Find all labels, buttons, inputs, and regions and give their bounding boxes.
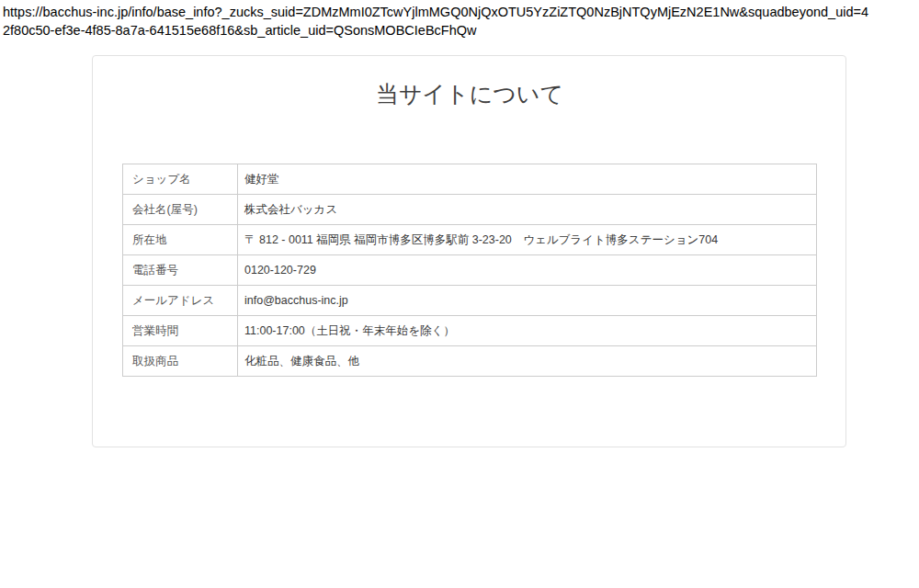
- row-label: メールアドレス: [123, 286, 238, 316]
- table-row: 所在地 〒 812 - 0011 福岡県 福岡市博多区博多駅前 3-23-20 …: [123, 225, 817, 255]
- row-label: 営業時間: [123, 316, 238, 346]
- table-row: ショップ名 健好堂: [123, 164, 817, 195]
- row-label: ショップ名: [123, 164, 238, 195]
- table-row: 会社名(屋号) 株式会社バッカス: [123, 195, 817, 225]
- table-row: メールアドレス info@bacchus-inc.jp: [123, 286, 817, 316]
- row-value: 〒 812 - 0011 福岡県 福岡市博多区博多駅前 3-23-20 ウェルブ…: [238, 225, 817, 255]
- row-value: 化粧品、健康食品、他: [238, 346, 817, 377]
- row-value: info@bacchus-inc.jp: [238, 286, 817, 316]
- page-url-text: https://bacchus-inc.jp/info/base_info?_z…: [0, 0, 917, 40]
- table-row: 営業時間 11:00-17:00（土日祝・年末年始を除く）: [123, 316, 817, 346]
- table-row: 電話番号 0120-120-729: [123, 255, 817, 286]
- row-label: 取扱商品: [123, 346, 238, 377]
- shop-info-table: ショップ名 健好堂 会社名(屋号) 株式会社バッカス 所在地 〒 812 - 0…: [122, 164, 817, 377]
- row-value: 0120-120-729: [238, 255, 817, 286]
- row-label: 電話番号: [123, 255, 238, 286]
- row-value: 11:00-17:00（土日祝・年末年始を除く）: [238, 316, 817, 346]
- row-value: 株式会社バッカス: [238, 195, 817, 225]
- row-label: 所在地: [123, 225, 238, 255]
- row-label: 会社名(屋号): [123, 195, 238, 225]
- table-row: 取扱商品 化粧品、健康食品、他: [123, 346, 817, 377]
- info-card: 当サイトについて ショップ名 健好堂 会社名(屋号) 株式会社バッカス 所在地 …: [92, 55, 846, 447]
- page-title: 当サイトについて: [122, 82, 817, 107]
- row-value: 健好堂: [238, 164, 817, 195]
